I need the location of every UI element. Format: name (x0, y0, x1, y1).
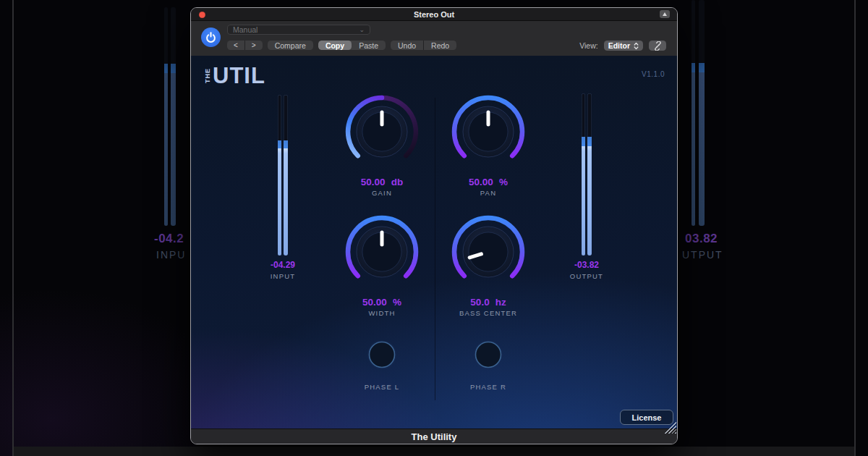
pan-label: PAN (434, 189, 542, 197)
background-output-label: UTPUT (682, 249, 723, 261)
phase-left-block: PHASE L (328, 338, 436, 391)
output-meter-bar-left (582, 93, 585, 256)
width-knob-block: 50.00% WIDTH (328, 212, 436, 317)
pan-value: 50.00% (434, 177, 542, 187)
preset-dropdown[interactable]: Manual ⌄ (227, 25, 370, 35)
compare-group: Compare (268, 41, 313, 50)
background-window-right-edge (854, 0, 856, 456)
background-output-value: 03.82 (685, 232, 718, 246)
phase-right-label: PHASE R (434, 383, 542, 391)
window-titlebar: Stereo Out (191, 8, 677, 21)
pan-value-number: 50.00 (469, 177, 493, 187)
output-meter-bar-right (587, 93, 592, 256)
background-input-value: -04.2 (154, 232, 184, 246)
background-footer-bar (14, 447, 854, 456)
desktop-background: -04.2 INPU 03.82 UTPUT Stereo Out Manual… (0, 0, 868, 456)
output-meter-value: -03.82 (532, 260, 641, 270)
background-input-meter-bar (171, 7, 176, 226)
background-window-left-edge (12, 0, 14, 456)
window-title: Stereo Out (414, 10, 454, 19)
input-meter-bar-right (284, 95, 288, 256)
gain-knob-block: 50.00db GAIN (328, 92, 436, 197)
output-meter-label: OUTPUT (532, 272, 641, 280)
plugin-logo: THE UTIL (204, 64, 265, 87)
phase-left-button[interactable] (365, 338, 399, 371)
input-meter: -04.29 INPUT (229, 95, 337, 280)
background-input-label: INPU (156, 249, 186, 261)
width-value: 50.00% (328, 297, 436, 308)
input-meter-label: INPUT (229, 272, 337, 280)
width-unit: % (393, 297, 401, 308)
paste-button[interactable]: Paste (352, 41, 386, 50)
plugin-name: The Utility (412, 431, 457, 442)
gain-value-number: 50.00 (361, 177, 386, 187)
view-selector[interactable]: Editor (604, 41, 643, 51)
preset-nav-group: < > (227, 41, 263, 50)
gain-unit: db (391, 177, 404, 187)
background-output-meter-bar (699, 0, 705, 226)
redo-button[interactable]: Redo (423, 41, 456, 50)
pan-knob[interactable] (448, 92, 528, 172)
power-button[interactable] (201, 28, 221, 47)
plugin-header-bar: Manual ⌄ < > Compare Copy Paste Undo Red… (191, 21, 677, 56)
license-button[interactable]: License (620, 410, 673, 425)
plugin-window: Stereo Out Manual ⌄ < > Compare (190, 7, 678, 444)
width-knob[interactable] (342, 212, 422, 292)
view-label: View: (579, 41, 598, 50)
stepper-chevrons-icon (634, 42, 639, 50)
view-selector-value: Editor (608, 41, 630, 50)
plugin-footer-bar: The Utility (191, 428, 677, 444)
pan-unit: % (499, 177, 508, 187)
bass-center-knob-block: 50.0hz BASS CENTER (434, 212, 542, 317)
link-button[interactable] (649, 41, 666, 51)
popout-icon[interactable] (660, 10, 670, 18)
plugin-ui: THE UTIL V1.1.0 -04.29 INPUT -03.82 (191, 56, 677, 428)
undo-button[interactable]: Undo (391, 41, 423, 50)
gain-label: GAIN (328, 189, 436, 197)
chevron-down-icon: ⌄ (359, 27, 365, 33)
link-icon (653, 41, 663, 51)
width-value-number: 50.00 (362, 297, 387, 308)
phase-right-block: PHASE R (434, 338, 542, 391)
width-label: WIDTH (328, 309, 436, 317)
logo-util: UTIL (213, 64, 265, 87)
input-meter-bar-left (278, 95, 281, 256)
input-meter-value: -04.29 (229, 260, 337, 270)
power-icon (205, 31, 217, 43)
next-preset-button[interactable]: > (244, 41, 263, 50)
bass-center-value-number: 50.0 (470, 297, 489, 308)
background-output-meter-bar (692, 0, 695, 226)
gain-value: 50.00db (328, 177, 436, 187)
bass-center-label: BASS CENTER (434, 309, 542, 317)
phase-right-button[interactable] (472, 338, 505, 371)
bass-center-knob[interactable] (448, 212, 528, 292)
copy-paste-group: Copy Paste (318, 41, 386, 50)
up-arrow-icon (663, 12, 667, 16)
compare-button[interactable]: Compare (268, 41, 313, 50)
logo-the: THE (204, 68, 211, 83)
preset-value: Manual (233, 25, 359, 34)
copy-button[interactable]: Copy (318, 41, 352, 50)
bass-center-value: 50.0hz (434, 297, 542, 308)
gain-knob[interactable] (342, 92, 422, 172)
version-label: V1.1.0 (642, 70, 665, 78)
bass-center-unit: hz (495, 297, 506, 308)
phase-left-label: PHASE L (328, 383, 436, 391)
previous-preset-button[interactable]: < (227, 41, 244, 50)
output-meter: -03.82 OUTPUT (532, 93, 641, 280)
undo-redo-group: Undo Redo (391, 41, 456, 50)
background-input-meter-bar (164, 7, 168, 226)
close-button[interactable] (199, 12, 205, 18)
pan-knob-block: 50.00% PAN (434, 92, 542, 197)
